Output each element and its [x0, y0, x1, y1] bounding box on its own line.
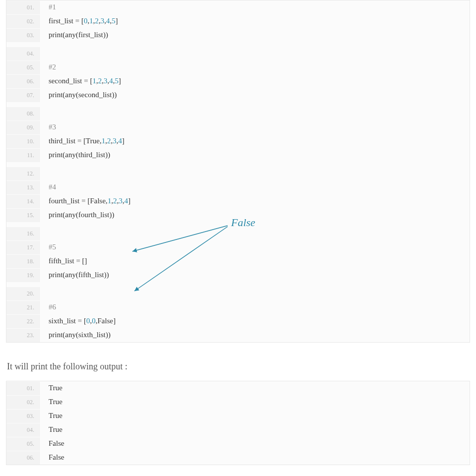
code-content: False — [40, 437, 470, 450]
code-content: sixth_list = [0,0,False] — [40, 314, 470, 328]
code-line: 02.first_list = [0,1,2,3,4,5] — [6, 14, 470, 28]
code-content: second_list = [1,2,3,4,5] — [40, 74, 470, 88]
line-number: 15. — [6, 209, 40, 222]
code-line: 05.False — [6, 437, 470, 451]
line-number: 19. — [6, 269, 40, 282]
code-content: print(any(second_list)) — [40, 88, 470, 102]
line-number: 14. — [6, 195, 40, 208]
page: False 01.#102.first_list = [0,1,2,3,4,5]… — [0, 0, 476, 475]
line-number: 03. — [6, 29, 40, 42]
code-line: 06.False — [6, 451, 470, 465]
code-content: True — [40, 395, 470, 409]
code-content: #6 — [40, 300, 470, 314]
code-content: print(any(third_list)) — [40, 148, 470, 162]
code-content: #2 — [40, 60, 470, 74]
code-line: 01.True — [6, 381, 470, 395]
code-line: 19.print(any(fifth_list)) — [6, 268, 470, 282]
code-content: print(any(sixth_list)) — [40, 328, 470, 342]
code-block-source: False 01.#102.first_list = [0,1,2,3,4,5]… — [6, 0, 470, 343]
code-content: fifth_list = [] — [40, 254, 470, 268]
handwritten-annotation: False — [231, 216, 255, 229]
code-line: 10.third_list = [True,1,2,3,4] — [6, 134, 470, 148]
code-line: 02.True — [6, 395, 470, 409]
code-line: 14.fourth_list = [False,1,2,3,4] — [6, 194, 470, 208]
code-content — [40, 42, 470, 56]
code-line: 04. — [6, 42, 470, 60]
code-line: 06.second_list = [1,2,3,4,5] — [6, 74, 470, 88]
line-number: 05. — [6, 61, 40, 74]
code-line: 09.#3 — [6, 120, 470, 134]
line-number: 10. — [6, 135, 40, 148]
code-content: fourth_list = [False,1,2,3,4] — [40, 194, 470, 208]
code-line: 01.#1 — [6, 0, 470, 14]
code-content: print(any(first_list)) — [40, 28, 470, 42]
code-line: 17.#5 — [6, 240, 470, 254]
code-content: True — [40, 423, 470, 436]
code-line: 03.print(any(first_list)) — [6, 28, 470, 42]
code-content: #1 — [40, 0, 470, 14]
code-content: third_list = [True,1,2,3,4] — [40, 134, 470, 148]
line-number: 09. — [6, 121, 40, 134]
line-number: 06. — [6, 451, 40, 465]
code-content — [40, 102, 470, 116]
code-line: 11.print(any(third_list)) — [6, 148, 470, 162]
line-number: 18. — [6, 255, 40, 268]
code-line: 13.#4 — [6, 180, 470, 194]
line-number: 12. — [6, 167, 40, 180]
line-number: 04. — [6, 423, 40, 437]
line-number: 23. — [6, 329, 40, 342]
code-line: 05.#2 — [6, 60, 470, 74]
code-line: 20. — [6, 282, 470, 300]
code-block-output: 01.True02.True03.True04.True05.False06.F… — [6, 381, 470, 465]
code-line: 21.#6 — [6, 300, 470, 314]
line-number: 01. — [6, 1, 40, 14]
code-content: True — [40, 381, 470, 395]
code-line: 18.fifth_list = [] — [6, 254, 470, 268]
line-number: 21. — [6, 301, 40, 314]
line-number: 16. — [6, 227, 40, 240]
line-number: 13. — [6, 181, 40, 194]
code-content: #3 — [40, 120, 470, 134]
code-line: 08. — [6, 102, 470, 120]
line-number: 07. — [6, 89, 40, 102]
code-content: first_list = [0,1,2,3,4,5] — [40, 14, 470, 28]
code-content — [40, 282, 470, 296]
code-line: 04.True — [6, 423, 470, 437]
code-content — [40, 162, 470, 176]
line-number: 06. — [6, 75, 40, 88]
line-number: 02. — [6, 15, 40, 28]
line-number: 04. — [6, 47, 40, 60]
line-number: 05. — [6, 437, 40, 451]
line-number: 03. — [6, 410, 40, 423]
code-line: 23.print(any(sixth_list)) — [6, 328, 470, 342]
code-content: #4 — [40, 180, 470, 194]
code-content: True — [40, 409, 470, 422]
line-number: 02. — [6, 396, 40, 409]
line-number: 01. — [6, 382, 40, 395]
output-intro-text: It will print the following output : — [7, 361, 470, 372]
line-number: 17. — [6, 241, 40, 254]
code-line: 07.print(any(second_list)) — [6, 88, 470, 102]
line-number: 22. — [6, 315, 40, 328]
line-number: 20. — [6, 287, 40, 300]
code-line: 03.True — [6, 409, 470, 423]
code-content: print(any(fifth_list)) — [40, 268, 470, 282]
code-line: 22.sixth_list = [0,0,False] — [6, 314, 470, 328]
line-number: 08. — [6, 107, 40, 120]
code-line: 12. — [6, 162, 470, 180]
line-number: 11. — [6, 149, 40, 162]
code-content: #5 — [40, 240, 470, 254]
code-content: False — [40, 451, 470, 464]
